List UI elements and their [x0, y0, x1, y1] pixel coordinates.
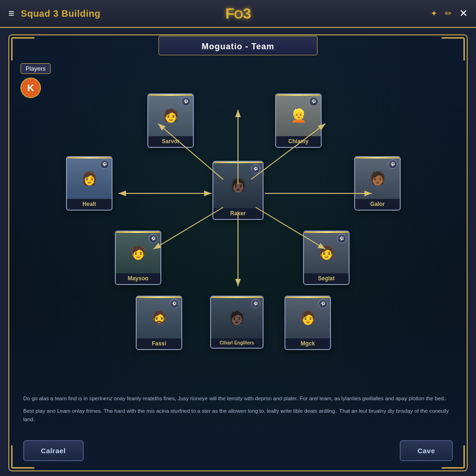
player-name: Mgck	[285, 338, 330, 349]
player-badge: ⚽	[388, 159, 397, 169]
description-para-2: Best play ano Leam onlay frimes. The har…	[23, 407, 453, 424]
edit-icon[interactable]: ✏	[445, 8, 452, 19]
player-card-healt[interactable]: ⚽ 👩 Healt	[66, 156, 112, 211]
main-panel: Moguatio - Team Players K	[8, 34, 468, 471]
panel-title-bar: Moguatio - Team	[9, 35, 467, 55]
panel-title: Moguatio - Team	[202, 42, 275, 51]
player-name: Seglat	[304, 273, 349, 284]
save-button[interactable]: Cave	[400, 440, 453, 461]
player-name: Fassi	[137, 338, 181, 349]
player-card-mgck[interactable]: ⚽ 🧑 Mgck	[284, 296, 331, 350]
page-title: Squad 3 Building	[21, 8, 100, 19]
player-badge: ⚽	[170, 299, 179, 308]
formation-area: ⚽ 🧑🏿 Raker ⚽ 🧑 Sarvor ⚽ 👱 Chiamy ⚽	[33, 59, 443, 337]
player-badge: ⚽	[318, 299, 328, 308]
close-icon[interactable]: ✕	[459, 7, 468, 20]
description-para-1: Do go alas a team find is in sperinenz o…	[23, 395, 453, 403]
player-badge: ⚽	[149, 234, 158, 243]
player-badge: ⚽	[251, 164, 260, 173]
player-badge: ⚽	[251, 299, 260, 308]
header-right: ✦ ✏ ✕	[430, 7, 468, 20]
player-badge: ⚽	[337, 234, 346, 243]
player-card-sarvor[interactable]: ⚽ 🧑 Sarvor	[147, 93, 194, 148]
cancel-button[interactable]: Calrael	[23, 440, 84, 461]
player-card-clharl[interactable]: ⚽ 🧑🏿 Clharl Engliters	[210, 296, 264, 349]
player-name: Clharl Engliters	[211, 338, 263, 348]
player-card-seglat[interactable]: ⚽ 🧑 Seglat	[303, 231, 350, 285]
app-logo: FO3	[225, 5, 251, 22]
players-label: Players	[20, 63, 51, 74]
player-card-galor[interactable]: ⚽ 🧑🏾 Galor	[354, 156, 401, 211]
menu-icon[interactable]: ≡	[8, 7, 14, 20]
player-card-maysoo[interactable]: ⚽ 🧑 Maysoo	[115, 231, 161, 285]
player-name: Maysoo	[116, 273, 160, 284]
player-badge: ⚽	[181, 97, 191, 106]
header-left: ≡ Squad 3 Building	[8, 7, 100, 20]
bottom-buttons: Calrael Cave	[23, 440, 453, 461]
header: ≡ Squad 3 Building FO3 ✦ ✏ ✕	[0, 0, 476, 28]
player-name: Sarvor	[148, 136, 193, 147]
player-name: Chiamy	[276, 136, 321, 147]
player-name: Galor	[355, 199, 400, 210]
player-badge: ⚽	[100, 159, 109, 169]
avatar-letter: K	[27, 83, 34, 93]
player-badge: ⚽	[309, 97, 318, 106]
player-card-chiamy[interactable]: ⚽ 👱 Chiamy	[275, 93, 322, 148]
logo-text: FO3	[225, 5, 251, 22]
player-card-fassi[interactable]: ⚽ 🧔 Fassi	[136, 296, 182, 350]
player-avatar-button[interactable]: K	[20, 78, 41, 98]
player-name: Healt	[67, 199, 112, 210]
description-area: Do go alas a team find is in sperinenz o…	[23, 395, 453, 429]
player-name: Raker	[213, 208, 263, 219]
star-icon[interactable]: ✦	[430, 8, 437, 19]
player-card-center[interactable]: ⚽ 🧑🏿 Raker	[212, 161, 264, 220]
players-section: Players K	[20, 63, 51, 98]
